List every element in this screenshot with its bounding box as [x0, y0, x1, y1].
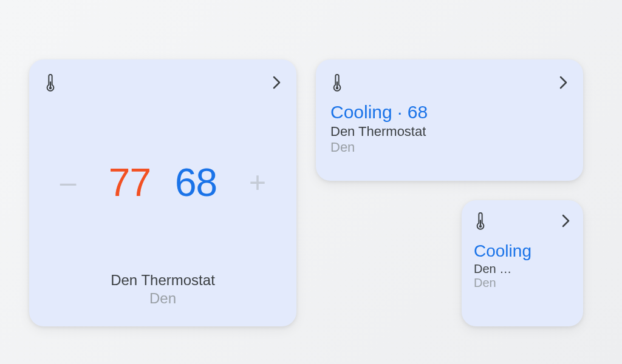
increase-button[interactable]: + — [245, 168, 270, 197]
decrease-button[interactable]: – — [56, 168, 80, 197]
card-header — [44, 74, 282, 93]
svg-point-2 — [336, 87, 338, 89]
thermostat-card-small[interactable]: Cooling Den … Den — [462, 200, 583, 326]
room-name: Den — [44, 290, 282, 307]
heat-setpoint: 77 — [109, 160, 151, 205]
svg-point-0 — [49, 87, 52, 89]
thermometer-icon — [44, 74, 57, 93]
card-header — [474, 212, 571, 232]
thermometer-icon — [330, 74, 344, 93]
svg-point-4 — [479, 225, 482, 228]
thermostat-card-large[interactable]: – 77 68 + Den Thermostat Den — [29, 59, 296, 326]
setpoint-pair: 77 68 — [109, 160, 217, 205]
device-name: Den … — [474, 262, 571, 276]
status-text: Cooling — [474, 241, 571, 261]
cool-setpoint: 68 — [175, 160, 217, 205]
room-name: Den — [474, 276, 571, 290]
chevron-right-icon[interactable] — [272, 74, 282, 91]
chevron-right-icon[interactable] — [561, 212, 571, 229]
chevron-right-icon[interactable] — [559, 74, 569, 91]
status-text: Cooling · 68 — [330, 102, 569, 123]
card-header — [330, 74, 569, 93]
room-name: Den — [330, 140, 569, 155]
thermostat-card-medium[interactable]: Cooling · 68 Den Thermostat Den — [316, 59, 583, 181]
temperature-controls: – 77 68 + — [44, 160, 282, 205]
device-name: Den Thermostat — [330, 124, 569, 140]
device-name: Den Thermostat — [44, 272, 282, 289]
card-footer: Den Thermostat Den — [44, 272, 282, 312]
thermometer-icon — [474, 212, 487, 232]
